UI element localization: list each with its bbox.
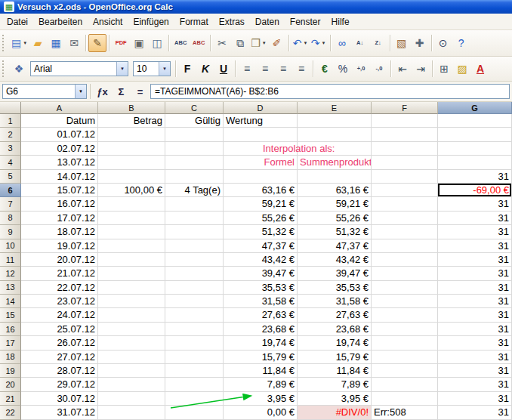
background-color-button[interactable]: ▨ (453, 60, 471, 78)
cell-a9[interactable]: 18.07.12 (21, 225, 98, 239)
row-header-6[interactable]: 6 (0, 184, 21, 197)
cell-b19[interactable] (98, 364, 165, 378)
cell-b21[interactable] (98, 392, 165, 406)
cell-f10[interactable] (372, 239, 438, 253)
column-header-f[interactable]: F (372, 102, 438, 114)
menu-item-extras[interactable]: Extras (214, 14, 250, 29)
help-button[interactable]: ? (452, 34, 470, 52)
cell-e7[interactable]: 59,21 € (298, 197, 372, 211)
cell-b10[interactable] (98, 239, 165, 253)
cell-a2[interactable]: 01.07.12 (21, 128, 98, 141)
cell-f20[interactable] (372, 378, 438, 391)
cell-b13[interactable] (98, 281, 165, 295)
cell-g3[interactable] (438, 142, 512, 156)
cell-c11[interactable] (165, 253, 224, 267)
copy-button[interactable]: ⧉ (231, 34, 249, 52)
cell-g19[interactable]: 31 (438, 364, 512, 378)
cell-g11[interactable]: 31 (438, 253, 512, 267)
cell-f3[interactable] (372, 142, 438, 156)
font-size-combo[interactable]: 10▼ (133, 61, 171, 76)
cell-c4[interactable] (165, 156, 224, 169)
auto-spellcheck-button[interactable]: ABC (190, 34, 208, 52)
menu-item-ansicht[interactable]: Ansicht (88, 14, 128, 29)
cell-a4[interactable]: 13.07.12 (21, 156, 98, 169)
delete-decimal-button[interactable]: -,0 (370, 60, 388, 78)
cell-e18[interactable]: 15,79 € (298, 351, 372, 364)
cell-f11[interactable] (372, 253, 438, 267)
cell-d15[interactable]: 27,63 € (224, 308, 298, 322)
cell-c16[interactable] (165, 323, 224, 336)
cell-a19[interactable]: 28.07.12 (21, 364, 98, 378)
cell-a18[interactable]: 27.07.12 (21, 351, 98, 364)
cell-b9[interactable] (98, 225, 165, 239)
cell-b12[interactable] (98, 267, 165, 280)
font-name-combo[interactable]: Arial▼ (30, 61, 128, 76)
cell-e6[interactable]: 63,16 € (298, 184, 372, 197)
align-center-button[interactable]: ≡ (256, 60, 274, 78)
paste-button[interactable]: ❒▼ (249, 34, 268, 52)
name-box[interactable]: G6 (3, 85, 75, 98)
cell-g14[interactable]: 31 (438, 295, 512, 308)
cell-d6[interactable]: 63,16 € (224, 184, 298, 197)
cell-e9[interactable]: 51,32 € (298, 225, 372, 239)
cell-g4[interactable] (438, 156, 512, 169)
menu-item-hilfe[interactable]: Hilfe (326, 14, 355, 29)
cell-b14[interactable] (98, 295, 165, 308)
cell-d13[interactable]: 35,53 € (224, 281, 298, 295)
styles-window-button[interactable]: ❖ (10, 60, 28, 78)
column-header-e[interactable]: E (298, 102, 372, 114)
paste-dropdown-arrow[interactable]: ▼ (262, 41, 267, 45)
cell-b11[interactable] (98, 253, 165, 267)
cell-c12[interactable] (165, 267, 224, 280)
cell-d2[interactable] (224, 128, 298, 141)
cell-d3[interactable]: Interpolation als: (224, 142, 298, 156)
cell-f18[interactable] (372, 351, 438, 364)
cell-d18[interactable]: 15,79 € (224, 351, 298, 364)
cell-e13[interactable]: 35,53 € (298, 281, 372, 295)
row-header-18[interactable]: 18 (0, 351, 21, 364)
sum-button[interactable]: Σ (113, 83, 130, 100)
cell-f14[interactable] (372, 295, 438, 308)
row-header-8[interactable]: 8 (0, 212, 21, 225)
cell-e14[interactable]: 31,58 € (298, 295, 372, 308)
menu-item-format[interactable]: Format (174, 14, 214, 29)
cell-g16[interactable]: 31 (438, 323, 512, 336)
cell-d5[interactable] (224, 170, 298, 184)
column-header-d[interactable]: D (224, 102, 298, 114)
cell-g8[interactable]: 31 (438, 212, 512, 225)
navigator-button[interactable]: ✚ (411, 34, 429, 52)
cell-b1[interactable]: Betrag (98, 114, 165, 128)
cell-d19[interactable]: 11,84 € (224, 364, 298, 378)
row-header-17[interactable]: 17 (0, 336, 21, 350)
cell-e19[interactable]: 11,84 € (298, 364, 372, 378)
cell-g10[interactable]: 31 (438, 239, 512, 253)
cell-e22[interactable]: #DIV/0! (298, 406, 372, 419)
format-paintbrush-button[interactable]: ✐ (268, 34, 286, 52)
undo-dropdown-arrow[interactable]: ▼ (304, 41, 308, 45)
cell-f17[interactable] (372, 336, 438, 350)
cell-g2[interactable] (438, 128, 512, 141)
cell-c10[interactable] (165, 239, 224, 253)
cell-e16[interactable]: 23,68 € (298, 323, 372, 336)
row-header-21[interactable]: 21 (0, 392, 21, 406)
cell-f9[interactable] (372, 225, 438, 239)
spellcheck-button[interactable]: ABC (171, 34, 190, 52)
cell-f4[interactable] (372, 156, 438, 169)
cell-e10[interactable]: 47,37 € (298, 239, 372, 253)
cell-c21[interactable] (165, 392, 224, 406)
row-header-15[interactable]: 15 (0, 308, 21, 322)
align-justify-button[interactable]: ≡ (292, 60, 310, 78)
cell-d12[interactable]: 39,47 € (224, 267, 298, 280)
cell-f1[interactable] (372, 114, 438, 128)
cell-a11[interactable]: 20.07.12 (21, 253, 98, 267)
document-as-email-button[interactable]: ✉ (65, 34, 83, 52)
toolbar-drag-handle[interactable] (2, 60, 8, 77)
row-header-13[interactable]: 13 (0, 281, 21, 295)
cell-c20[interactable] (165, 378, 224, 391)
cell-c8[interactable] (165, 212, 224, 225)
cell-b3[interactable] (98, 142, 165, 156)
cell-e21[interactable]: 3,95 € (298, 392, 372, 406)
cell-c17[interactable] (165, 336, 224, 350)
cell-f2[interactable] (372, 128, 438, 141)
cell-g20[interactable]: 31 (438, 378, 512, 391)
